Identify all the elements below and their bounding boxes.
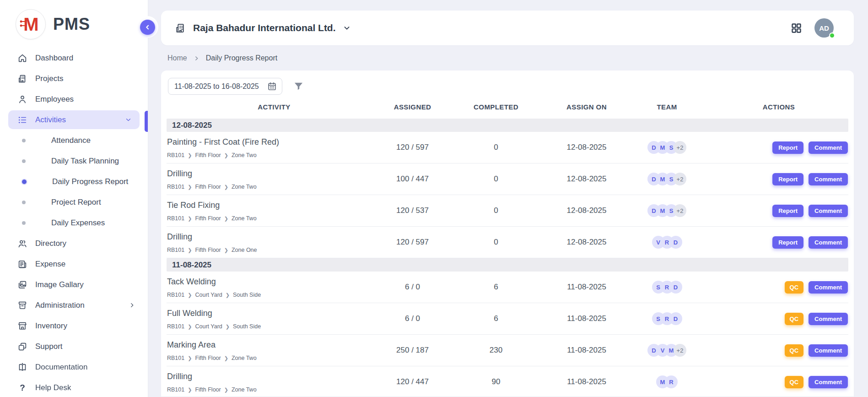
comment-button[interactable]: Comment [809, 344, 848, 357]
person-icon [17, 94, 27, 104]
topbar-right: AD [790, 18, 834, 38]
sidebar-item-label: Directory [35, 239, 66, 248]
sidebar-item-directory[interactable]: Directory [0, 233, 148, 254]
sidebar-collapse-wrap [136, 16, 158, 38]
bullet-dot-icon [22, 139, 26, 142]
help-icon: ? [17, 383, 27, 393]
sidebar-item-label: Project Report [51, 198, 101, 207]
team-avatar[interactable]: D [669, 236, 682, 249]
date-range-value: 11-08-2025 to 16-08-2025 [174, 82, 263, 91]
actions-cell: QCComment [709, 344, 848, 357]
receipt-icon [17, 259, 27, 269]
team-extra-count[interactable]: +2 [674, 344, 686, 357]
path-segment: Zone Two [232, 355, 257, 361]
archive-icon [17, 300, 27, 310]
comment-button[interactable]: Comment [809, 281, 848, 294]
sidebar-item-employees[interactable]: Employees [0, 89, 148, 109]
assign-on-value: 12-08-2025 [549, 143, 625, 152]
path-segment: Fifth Floor [195, 247, 221, 253]
path-segment: Zone One [232, 247, 257, 253]
online-status-dot [829, 33, 835, 38]
path-segment: RB101 [167, 355, 184, 361]
sidebar-item-label: Image Gallary [35, 280, 84, 289]
sidebar-item-support[interactable]: Support [0, 336, 148, 357]
sidebar: M PMS DashboardProjectsEmployeesActiviti… [0, 0, 148, 397]
path-chevron-icon: ❯ [188, 184, 192, 190]
comment-button[interactable]: Comment [809, 141, 848, 154]
path-segment: Fifth Floor [195, 184, 221, 190]
qc-button[interactable]: QC [785, 281, 804, 294]
comment-button[interactable]: Comment [809, 205, 848, 217]
sidebar-collapse-button[interactable] [140, 20, 155, 35]
completed-value: 230 [443, 346, 549, 355]
sidebar-item-documentation[interactable]: Documentation [0, 357, 148, 377]
team-avatar[interactable]: R [665, 375, 678, 388]
sidebar-item-daily-expenses[interactable]: Daily Expenses [0, 212, 148, 233]
completed-value: 0 [443, 206, 549, 215]
comment-button[interactable]: Comment [809, 236, 848, 249]
sidebar-item-label: Projects [35, 74, 63, 83]
actions-cell: ReportComment [709, 236, 848, 249]
sidebar-item-daily-progress-report[interactable]: Daily Progress Report [0, 171, 148, 192]
sidebar-item-project-report[interactable]: Project Report [0, 192, 148, 212]
report-button[interactable]: Report [772, 236, 803, 249]
sidebar-item-projects[interactable]: Projects [0, 68, 148, 89]
path-chevron-icon: ❯ [224, 152, 228, 158]
app-logo: M PMS [0, 0, 148, 39]
team-cell: DMS+2 [625, 141, 709, 154]
path-chevron-icon: ❯ [226, 292, 230, 298]
comment-button[interactable]: Comment [809, 376, 848, 388]
qc-button[interactable]: QC [785, 344, 804, 357]
chevron-right-icon [128, 301, 136, 309]
sidebar-item-label: Help Desk [35, 383, 71, 392]
activity-name: Drilling [167, 232, 378, 242]
path-segment: RB101 [167, 184, 184, 190]
sidebar-item-expense[interactable]: Expense [0, 254, 148, 274]
path-chevron-icon: ❯ [188, 152, 192, 158]
path-segment: Court Yard [195, 323, 222, 330]
sidebar-item-dashboard[interactable]: Dashboard [0, 48, 148, 68]
sidebar-item-help-desk[interactable]: ?Help Desk [0, 377, 148, 397]
breadcrumb-home[interactable]: Home [167, 54, 187, 62]
assign-on-value: 12-08-2025 [549, 174, 625, 184]
apps-grid-icon[interactable] [790, 22, 803, 34]
team-cell: SRD [625, 281, 709, 294]
assigned-value: 6 / 0 [382, 314, 443, 323]
activity-location-path: RB101❯Fifth Floor❯Zone Two [167, 386, 378, 393]
team-cell: DMS+2 [625, 173, 709, 185]
report-button[interactable]: Report [772, 205, 803, 217]
team-extra-count[interactable]: +2 [674, 173, 686, 185]
assign-on-value: 11-08-2025 [549, 346, 625, 355]
sidebar-item-image-gallary[interactable]: Image Gallary [0, 274, 148, 295]
comment-button[interactable]: Comment [809, 173, 848, 185]
sidebar-item-inventory[interactable]: Inventory [0, 315, 148, 336]
activity-cell: DrillingRB101❯Fifth Floor❯Zone One [167, 231, 382, 253]
report-button[interactable]: Report [772, 173, 803, 185]
activity-location-path: RB101❯Fifth Floor❯Zone Two [167, 215, 378, 222]
team-avatar[interactable]: D [669, 312, 682, 325]
activity-name: Marking Area [167, 340, 378, 350]
date-range-input[interactable]: 11-08-2025 to 16-08-2025 [168, 78, 282, 95]
qc-button[interactable]: QC [785, 313, 804, 325]
path-segment: Zone Two [232, 152, 257, 158]
team-avatar[interactable]: D [669, 281, 682, 294]
path-chevron-icon: ❯ [226, 324, 230, 330]
team-extra-count[interactable]: +2 [674, 141, 686, 154]
qc-button[interactable]: QC [785, 376, 804, 388]
filter-funnel-icon[interactable] [293, 81, 304, 92]
sidebar-item-administration[interactable]: Administration [0, 295, 148, 315]
bullet-dot-icon [22, 159, 26, 163]
people-icon [17, 239, 27, 249]
sidebar-item-attendance[interactable]: Attendance [0, 130, 148, 151]
comment-button[interactable]: Comment [809, 313, 848, 325]
table-body: 12-08-2025Painting - First Coat (Fire Re… [167, 119, 848, 397]
user-avatar[interactable]: AD [814, 18, 834, 38]
team-extra-count[interactable]: +2 [674, 204, 686, 217]
sidebar-item-activities[interactable]: Activities [8, 110, 140, 129]
report-button[interactable]: Report [772, 141, 803, 154]
company-selector[interactable]: Raja Bahadur International Ltd. [175, 22, 351, 34]
sidebar-item-daily-task-planning[interactable]: Daily Task Planning [0, 151, 148, 171]
path-segment: RB101 [167, 215, 184, 222]
sidebar-item-label: Daily Task Planning [51, 157, 119, 166]
activity-cell: Tack WeldingRB101❯Court Yard❯South Side [167, 276, 382, 298]
